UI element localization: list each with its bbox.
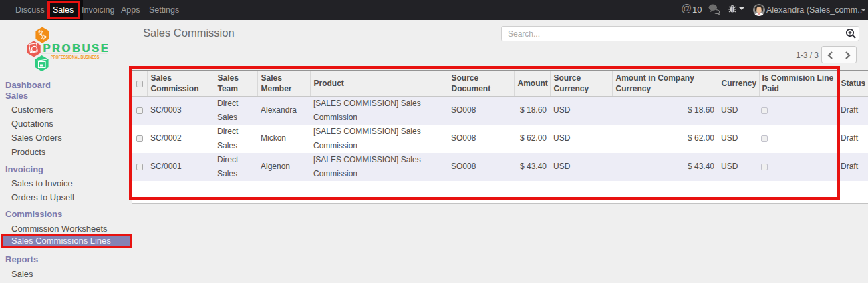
svg-text:PROBUSE: PROBUSE: [43, 42, 110, 54]
svg-text:PROFESSIONAL BUSINESS: PROFESSIONAL BUSINESS: [51, 54, 99, 59]
